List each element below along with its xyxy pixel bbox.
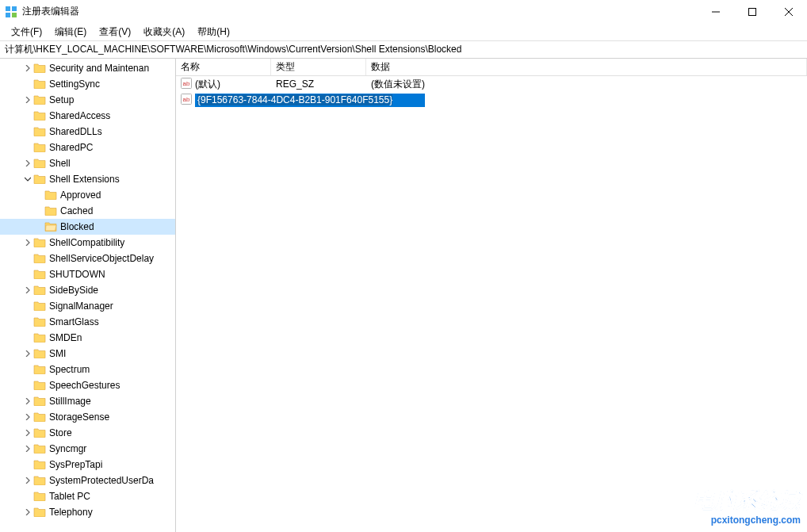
values-list: 名称 类型 数据 ab(默认)REG_SZ(数值未设置)ab 电脑系统城 pcx… [176,59,807,532]
chevron-right-icon[interactable] [22,97,33,103]
chevron-right-icon[interactable] [22,398,33,404]
tree-item[interactable]: SmartGlass [0,314,175,330]
folder-icon [33,395,49,408]
cell-name: ab [176,94,430,107]
maximize-button[interactable] [734,0,771,24]
folder-icon [33,506,49,519]
tree-item[interactable]: SharedPC [0,140,175,155]
chevron-right-icon[interactable] [22,350,33,357]
minimize-button[interactable] [698,0,734,24]
chevron-right-icon[interactable] [22,414,33,420]
menu-view[interactable]: 查看(V) [93,24,137,40]
tree-item[interactable]: Shell Extensions [0,171,175,187]
tree-item[interactable]: Setup [0,92,175,108]
tree-item-label: Store [49,427,72,438]
list-row[interactable]: ab(默认)REG_SZ(数值未设置) [176,76,807,92]
tree-item[interactable]: StorageSense [0,409,175,425]
window-controls [698,0,807,24]
cell-name: ab(默认) [176,78,271,91]
rename-input[interactable] [195,94,425,107]
tree-item[interactable]: SysPrepTapi [0,457,175,473]
tree-item-label: Setup [49,94,74,105]
tree-item[interactable]: Cached [0,203,175,219]
column-type[interactable]: 类型 [271,59,366,75]
tree-item[interactable]: Shell [0,155,175,171]
folder-icon [33,109,49,123]
tree-item-label: Security and Maintenan [49,63,149,74]
tree-item[interactable]: Store [0,425,175,441]
tree-item-label: Syncmgr [49,443,86,454]
address-bar[interactable]: 计算机\HKEY_LOCAL_MACHINE\SOFTWARE\Microsof… [0,41,807,59]
tree-item[interactable]: SMI [0,346,175,362]
tree-item-label: Shell [49,158,71,169]
folder-icon [33,300,49,313]
svg-rect-1 [12,6,17,11]
menubar: 文件(F) 编辑(E) 查看(V) 收藏夹(A) 帮助(H) [0,24,807,41]
tree-item[interactable]: SHUTDOWN [0,266,175,282]
titlebar: 注册表编辑器 [0,0,807,24]
tree-item[interactable]: SideBySide [0,282,175,298]
close-button[interactable] [771,0,807,24]
folder-icon [33,458,49,472]
tree-item-label: SignalManager [49,300,113,312]
chevron-right-icon[interactable] [22,430,33,436]
tree-item[interactable]: Telephony [0,504,175,520]
list-rows[interactable]: ab(默认)REG_SZ(数值未设置)ab [176,76,807,532]
tree-item[interactable]: Syncmgr [0,441,175,457]
tree-item[interactable]: Security and Maintenan [0,60,175,76]
tree-item-label: Cached [60,205,93,216]
string-value-icon: ab [181,78,195,91]
menu-file[interactable]: 文件(F) [5,24,48,40]
tree-item-label: SpeechGestures [49,380,120,391]
menu-edit[interactable]: 编辑(E) [48,24,93,40]
tree-item[interactable]: SharedDLLs [0,124,175,140]
folder-icon [33,363,49,377]
tree-item[interactable]: Blocked [0,219,175,235]
chevron-right-icon[interactable] [22,477,33,484]
tree-item[interactable]: SystemProtectedUserDa [0,473,175,488]
folder-icon [33,157,49,170]
svg-rect-3 [12,13,17,17]
tree-item-label: SharedDLLs [49,126,102,137]
tree-item-label: Blocked [60,221,94,232]
chevron-right-icon[interactable] [22,239,33,246]
svg-text:ab: ab [183,80,190,87]
tree-item[interactable]: StillImage [0,393,175,409]
tree-item[interactable]: Tablet PC [0,488,175,504]
chevron-right-icon[interactable] [22,287,33,293]
chevron-right-icon[interactable] [22,65,33,71]
chevron-right-icon[interactable] [22,160,33,166]
tree-item-label: Approved [60,189,101,201]
tree-item[interactable]: ShellServiceObjectDelay [0,251,175,266]
tree-item[interactable]: SharedAccess [0,108,175,124]
chevron-right-icon[interactable] [22,509,33,515]
chevron-down-icon[interactable] [22,176,33,182]
tree-item-label: SMDEn [49,332,82,343]
tree-item-label: SettingSync [49,78,100,90]
tree-item-label: Tablet PC [49,491,90,502]
tree-item-label: SharedPC [49,142,93,153]
menu-favorites[interactable]: 收藏夹(A) [137,24,191,40]
registry-tree[interactable]: Security and MaintenanSettingSyncSetupSh… [0,59,176,532]
folder-icon [33,252,49,266]
svg-text:ab: ab [183,96,190,103]
tree-item[interactable]: Spectrum [0,362,175,377]
list-row[interactable]: ab [176,92,807,108]
folder-icon [33,442,49,456]
folder-icon [44,205,60,218]
tree-item[interactable]: SettingSync [0,76,175,92]
column-name[interactable]: 名称 [176,59,271,75]
chevron-right-icon[interactable] [22,446,33,452]
column-data[interactable]: 数据 [366,59,807,75]
tree-item[interactable]: SignalManager [0,298,175,314]
svg-rect-5 [749,8,756,15]
window-title: 注册表编辑器 [22,5,79,18]
menu-help[interactable]: 帮助(H) [191,24,236,40]
tree-item-label: SystemProtectedUserDa [49,475,154,486]
tree-item[interactable]: Approved [0,187,175,203]
list-header: 名称 类型 数据 [176,59,807,76]
tree-item[interactable]: SMDEn [0,330,175,346]
tree-item[interactable]: ShellCompatibility [0,235,175,251]
tree-item-label: SideBySide [49,285,98,296]
tree-item[interactable]: SpeechGestures [0,377,175,393]
